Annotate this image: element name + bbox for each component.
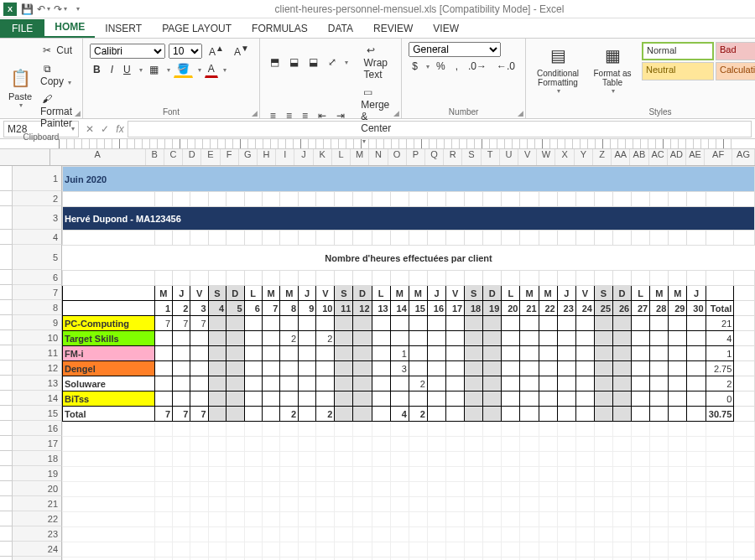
person-banner[interactable]: Hervé Dupond - MA123456 [63,207,755,231]
cell[interactable] [650,376,669,391]
cell[interactable] [632,482,650,497]
row-header[interactable]: 23 [13,526,62,542]
cell[interactable]: 7 [190,407,208,422]
grow-font-icon[interactable]: A▲ [206,42,227,60]
cell[interactable] [208,452,226,467]
cell[interactable] [465,452,483,467]
row-header[interactable]: 20 [13,481,62,496]
cell[interactable] [390,376,409,391]
cell[interactable] [520,542,539,557]
cell[interactable] [280,467,299,482]
cell[interactable] [650,452,669,467]
cell[interactable] [465,512,483,527]
cell[interactable] [465,391,483,407]
cell[interactable] [299,467,316,482]
cell[interactable] [650,231,669,246]
cell[interactable] [613,422,632,437]
cell[interactable]: 1 [154,301,173,316]
cell[interactable] [208,316,226,331]
cell[interactable] [706,482,734,497]
cell[interactable] [687,452,706,467]
cell[interactable] [520,231,539,246]
cell[interactable] [353,331,372,346]
cell[interactable] [446,437,465,452]
cell[interactable] [280,361,299,376]
cell[interactable] [154,361,173,376]
cell[interactable] [539,192,557,207]
chart-title[interactable]: Nombre d'heures effectuées par client [63,246,755,271]
cell[interactable] [335,467,353,482]
column-header[interactable]: T [482,149,500,165]
cell[interactable] [372,316,390,331]
cell[interactable] [632,527,650,542]
cell[interactable] [706,422,734,437]
cell[interactable] [390,331,409,346]
cell[interactable] [190,391,208,407]
row-header[interactable]: 18 [13,451,62,466]
column-header[interactable]: AC [649,149,668,165]
cell[interactable] [208,482,226,497]
cell[interactable] [706,542,734,557]
cell[interactable] [262,437,280,452]
cell[interactable] [173,527,190,542]
align-bottom-icon[interactable]: ⬓ [305,54,321,70]
cell[interactable] [173,512,190,527]
underline-button[interactable]: U [120,62,134,77]
align-left-icon[interactable]: ≡ [267,108,279,123]
cell[interactable] [353,527,372,542]
cell[interactable] [208,407,226,422]
cell[interactable] [539,557,557,561]
cell[interactable] [262,422,280,437]
cell-style-normal[interactable]: Normal [642,42,714,60]
cell[interactable] [63,286,155,301]
cell[interactable] [446,316,465,331]
cell[interactable] [669,361,687,376]
cell[interactable] [483,231,502,246]
cell[interactable]: L [502,286,520,301]
cell[interactable] [557,192,575,207]
cell[interactable] [669,192,687,207]
cell[interactable] [706,231,734,246]
cell[interactable] [594,376,612,391]
cell[interactable] [190,542,208,557]
cell[interactable] [687,422,706,437]
client-total-cell[interactable]: 0 [706,391,734,407]
cell[interactable] [280,557,299,561]
cell[interactable] [483,542,502,557]
cell[interactable] [483,361,502,376]
cell[interactable] [687,512,706,527]
cell[interactable] [409,482,427,497]
cell[interactable] [687,376,706,391]
cell[interactable]: M [280,286,299,301]
cell[interactable] [575,482,594,497]
cell[interactable] [316,231,335,246]
cell[interactable] [539,437,557,452]
cell[interactable] [427,482,445,497]
cell[interactable] [226,422,244,437]
format-as-table-icon[interactable]: ▦ [599,42,626,69]
cell[interactable] [154,376,173,391]
cell[interactable] [502,512,520,527]
cell[interactable] [335,346,353,361]
cell[interactable] [446,557,465,561]
cell[interactable] [353,316,372,331]
cell[interactable] [409,557,427,561]
cell[interactable] [687,361,706,376]
cell[interactable] [594,497,612,512]
cell[interactable] [173,231,190,246]
row-header[interactable]: 22 [13,511,62,526]
cell[interactable] [173,482,190,497]
cell[interactable] [557,557,575,561]
cell[interactable]: S [594,286,612,301]
cell[interactable] [446,497,465,512]
cell[interactable] [446,467,465,482]
cell[interactable] [632,331,650,346]
cell[interactable]: 2 [280,331,299,346]
cell[interactable] [539,497,557,512]
cell[interactable] [650,391,669,407]
cell[interactable] [427,316,445,331]
cell[interactable] [706,452,734,467]
cell[interactable] [465,231,483,246]
cell[interactable] [262,316,280,331]
cell[interactable] [575,527,594,542]
